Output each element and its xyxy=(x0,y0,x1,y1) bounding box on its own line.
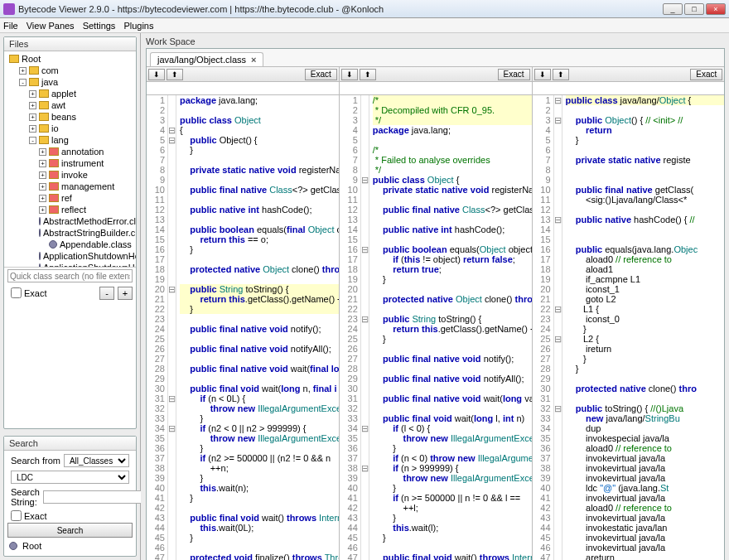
tab-object-class[interactable]: java/lang/Object.class × xyxy=(150,52,263,66)
download-icon[interactable]: ⬇ xyxy=(148,69,165,80)
menu-view-panes[interactable]: View Panes xyxy=(27,21,75,31)
search-string-input[interactable] xyxy=(43,490,153,504)
folder-icon xyxy=(39,101,49,109)
tree-node-label[interactable]: reflect xyxy=(61,204,86,215)
folder-icon xyxy=(29,66,39,75)
expand-icon[interactable]: + xyxy=(29,90,36,98)
menu-settings[interactable]: Settings xyxy=(83,21,116,31)
expand-button[interactable]: + xyxy=(118,287,133,300)
quick-search-input[interactable] xyxy=(7,269,133,282)
menu-bar: File View Panes Settings Plugins xyxy=(0,18,729,33)
exact-button[interactable]: Exact xyxy=(690,69,722,80)
collapse-button[interactable]: - xyxy=(99,287,114,300)
tree-node-label[interactable]: awt xyxy=(51,99,65,111)
search-exact-checkbox[interactable] xyxy=(11,510,22,521)
menu-plugins[interactable]: Plugins xyxy=(123,21,153,31)
folder-icon xyxy=(49,147,59,156)
tab-row: java/lang/Object.class × xyxy=(147,49,724,67)
workspace-title: Work Space xyxy=(146,36,725,46)
download-icon[interactable]: ⬇ xyxy=(341,69,358,80)
exact-button[interactable]: Exact xyxy=(305,69,337,80)
search-panel-title: Search xyxy=(4,437,136,451)
minimize-button[interactable]: _ xyxy=(663,3,683,15)
upload-icon[interactable]: ⬆ xyxy=(553,69,569,80)
window-titlebar: Bytecode Viewer 2.9.0 - https://bytecode… xyxy=(0,0,729,18)
search-button[interactable]: Search xyxy=(7,523,133,538)
download-icon[interactable]: ⬇ xyxy=(534,69,551,80)
tree-node-label[interactable]: AbstractMethodError.class xyxy=(43,215,136,227)
expand-icon[interactable]: + xyxy=(29,113,36,121)
tree-node-label[interactable]: io xyxy=(51,123,59,134)
pane-search-input[interactable] xyxy=(340,83,532,94)
tree-node-label[interactable]: ApplicationShutdownHooks$1 xyxy=(43,250,136,262)
folder-icon xyxy=(49,194,59,202)
expand-icon[interactable]: + xyxy=(19,67,27,75)
window-title: Bytecode Viewer 2.9.0 - https://bytecode… xyxy=(18,4,663,14)
expand-icon[interactable]: - xyxy=(19,79,27,86)
folder-icon xyxy=(49,182,59,191)
search-result-root[interactable]: Root xyxy=(22,541,41,551)
folder-icon xyxy=(49,205,59,214)
app-icon xyxy=(3,3,15,15)
search-type-select[interactable]: LDC xyxy=(11,471,129,484)
code-pane-3: ⬇⬆Exact123456789101112131415161718192021… xyxy=(533,67,725,560)
tree-node-label[interactable]: instrument xyxy=(61,157,104,169)
class-icon xyxy=(39,217,41,225)
folder-icon xyxy=(39,124,49,133)
folder-icon xyxy=(49,159,59,167)
tree-node-label[interactable]: invoke xyxy=(61,169,88,181)
expand-icon[interactable]: + xyxy=(39,206,46,214)
code-area[interactable]: package java.lang;public class Object{ p… xyxy=(176,95,339,560)
tree-node-label[interactable]: com xyxy=(41,65,59,76)
result-icon xyxy=(9,542,17,550)
folder-icon xyxy=(39,89,49,98)
folder-icon xyxy=(39,113,49,121)
expand-icon[interactable]: + xyxy=(39,160,46,167)
tree-node-label[interactable]: management xyxy=(61,181,114,192)
tree-node-label[interactable]: lang xyxy=(51,134,69,146)
upload-icon[interactable]: ⬆ xyxy=(360,69,376,80)
menu-file[interactable]: File xyxy=(3,21,18,31)
folder-icon xyxy=(29,78,39,86)
tree-node-label[interactable]: java xyxy=(41,76,58,88)
search-from-select[interactable]: All_Classes xyxy=(64,454,129,467)
expand-icon[interactable]: + xyxy=(39,171,46,179)
close-button[interactable]: × xyxy=(706,3,726,15)
code-area[interactable]: public class java/lang/Object { public O… xyxy=(562,95,725,560)
exact-button[interactable]: Exact xyxy=(498,69,530,80)
folder-icon xyxy=(39,136,49,144)
folder-icon xyxy=(9,55,19,63)
expand-icon[interactable]: + xyxy=(39,148,46,156)
pane-search-input[interactable] xyxy=(533,83,725,94)
tree-node-label[interactable]: applet xyxy=(51,88,76,99)
tab-close-icon[interactable]: × xyxy=(251,55,256,65)
tree-node-label[interactable]: Appendable.class xyxy=(60,239,132,250)
exact-checkbox[interactable] xyxy=(11,287,22,298)
expand-icon[interactable]: + xyxy=(39,195,46,202)
folder-icon xyxy=(49,171,59,179)
tree-node-label[interactable]: ref xyxy=(61,192,72,204)
files-tree[interactable]: Root+com-java+applet+awt+beans+io-lang+a… xyxy=(4,51,136,267)
class-icon xyxy=(49,240,57,249)
pane-search-input[interactable] xyxy=(147,83,339,94)
tree-node-label[interactable]: annotation xyxy=(61,146,104,157)
tree-node-label[interactable]: beans xyxy=(51,111,76,123)
expand-icon[interactable]: + xyxy=(39,183,46,191)
tree-node-label[interactable]: AbstractStringBuilder.class xyxy=(43,227,136,239)
code-area[interactable]: /* * Decompiled with CFR 0_95. */package… xyxy=(369,95,532,560)
upload-icon[interactable]: ⬆ xyxy=(167,69,183,80)
expand-icon[interactable]: + xyxy=(29,125,36,133)
files-panel-title: Files xyxy=(4,37,136,51)
class-icon xyxy=(39,229,41,237)
code-pane-1: ⬇⬆Exact123456789101112131415161718192021… xyxy=(147,67,340,560)
maximize-button[interactable]: □ xyxy=(684,3,704,15)
expand-icon[interactable]: + xyxy=(29,102,36,109)
class-icon xyxy=(39,252,41,260)
expand-icon[interactable]: - xyxy=(29,137,36,144)
code-pane-2: ⬇⬆Exact123456789101112131415161718192021… xyxy=(340,67,533,560)
